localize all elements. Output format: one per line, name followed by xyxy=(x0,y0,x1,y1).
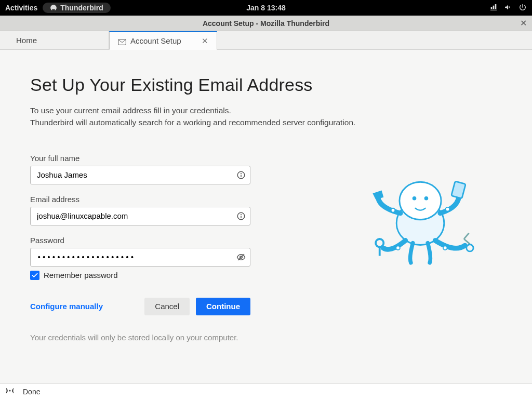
tab-account-setup[interactable]: Account Setup ✕ xyxy=(109,31,217,50)
continue-button[interactable]: Continue xyxy=(196,298,250,315)
full-name-input[interactable] xyxy=(36,170,236,180)
remember-password-label: Remember password xyxy=(44,271,118,280)
main-content: Set Up Your Existing Email Address To us… xyxy=(0,50,532,383)
svg-rect-13 xyxy=(451,181,466,198)
password-input[interactable] xyxy=(36,252,236,262)
tab-active-label: Account Setup xyxy=(130,36,181,45)
tab-strip: Home Account Setup ✕ xyxy=(0,31,532,50)
svg-point-20 xyxy=(443,246,447,250)
app-name-label: Thunderbird xyxy=(60,4,103,12)
svg-rect-15 xyxy=(379,247,381,256)
svg-point-10 xyxy=(400,182,441,220)
full-name-label: Your full name xyxy=(30,154,502,163)
app-indicator[interactable]: Thunderbird xyxy=(43,3,110,13)
tab-close-button[interactable]: ✕ xyxy=(191,36,208,46)
email-input[interactable] xyxy=(36,211,236,221)
info-icon[interactable] xyxy=(236,211,246,221)
password-input-wrap xyxy=(30,248,250,267)
email-input-wrap xyxy=(30,207,250,225)
svg-point-17 xyxy=(391,208,395,212)
svg-point-21 xyxy=(9,390,11,392)
svg-point-18 xyxy=(446,207,450,211)
cancel-button[interactable]: Cancel xyxy=(144,298,190,315)
thunderbird-icon xyxy=(50,4,57,11)
svg-point-19 xyxy=(396,246,400,250)
power-icon[interactable] xyxy=(518,3,527,13)
svg-point-16 xyxy=(467,244,473,251)
remember-password-checkbox[interactable] xyxy=(30,271,39,280)
remember-password-row: Remember password xyxy=(30,271,502,280)
configure-manually-link[interactable]: Configure manually xyxy=(30,302,103,311)
svg-point-14 xyxy=(376,239,383,247)
check-icon xyxy=(31,272,38,279)
volume-icon[interactable] xyxy=(504,3,512,13)
status-text: Done xyxy=(23,388,40,396)
full-name-input-wrap xyxy=(30,166,250,184)
svg-point-5 xyxy=(241,214,242,215)
page-lead: To use your current email address fill i… xyxy=(30,104,394,129)
octopus-illustration xyxy=(366,174,475,267)
credentials-note: Your credentials will only be stored loc… xyxy=(30,333,502,342)
tab-home[interactable]: Home xyxy=(7,31,109,49)
svg-rect-6 xyxy=(241,216,242,218)
svg-point-2 xyxy=(241,172,242,174)
svg-point-11 xyxy=(413,196,417,201)
page-heading: Set Up Your Existing Email Address xyxy=(30,75,502,95)
network-icon[interactable] xyxy=(489,3,498,13)
gnome-topbar: Activities Thunderbird Jan 8 13:48 xyxy=(0,0,532,16)
tab-home-label: Home xyxy=(16,36,37,45)
activities-button[interactable]: Activities xyxy=(5,4,37,12)
window-close-button[interactable]: ✕ xyxy=(520,18,527,28)
window-titlebar: Account Setup - Mozilla Thunderbird ✕ xyxy=(0,16,532,31)
svg-point-12 xyxy=(424,196,429,201)
status-bar: Done xyxy=(0,383,532,399)
toggle-password-visibility-icon[interactable] xyxy=(236,252,246,262)
info-icon[interactable] xyxy=(236,170,246,180)
broadcast-icon xyxy=(5,386,15,397)
svg-rect-0 xyxy=(118,39,126,45)
clock[interactable]: Jan 8 13:48 xyxy=(246,4,286,12)
mail-icon xyxy=(118,38,126,44)
svg-rect-3 xyxy=(241,175,242,177)
window-title: Account Setup - Mozilla Thunderbird xyxy=(0,19,532,28)
